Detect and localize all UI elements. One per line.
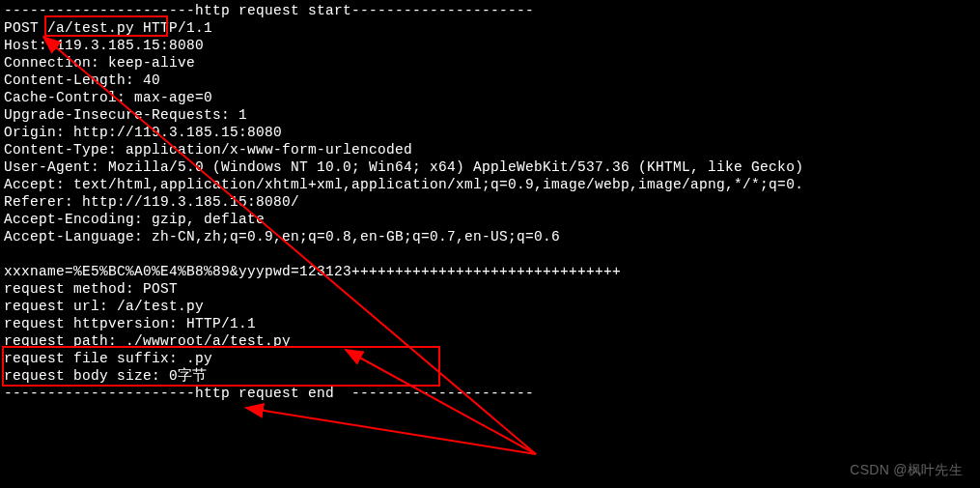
- terminal-line: Cache-Control: max-age=0: [4, 89, 980, 106]
- terminal-line: Accept-Encoding: gzip, deflate: [4, 211, 980, 228]
- terminal-line: Host: 119.3.185.15:8080: [4, 37, 980, 54]
- terminal-line: request body size: 0字节: [4, 367, 980, 385]
- terminal-line: ----------------------http request end -…: [4, 385, 980, 402]
- arrow-line-icon: [246, 408, 536, 454]
- terminal-output: ----------------------http request start…: [4, 2, 980, 402]
- terminal-line: Referer: http://119.3.185.15:8080/: [4, 193, 980, 211]
- terminal-line: Accept-Language: zh-CN,zh;q=0.9,en;q=0.8…: [4, 228, 980, 245]
- terminal-line: Connection: keep-alive: [4, 54, 980, 72]
- terminal-line: Content-Type: application/x-www-form-url…: [4, 141, 980, 158]
- terminal-line: request file suffix: .py: [4, 350, 980, 367]
- terminal-line: POST /a/test.py HTTP/1.1: [4, 19, 980, 37]
- terminal-line: request path: ./wwwroot/a/test.py: [4, 332, 980, 350]
- terminal-line: Upgrade-Insecure-Requests: 1: [4, 106, 980, 124]
- terminal-line: xxxname=%E5%BC%A0%E4%B8%89&yyypwd=123123…: [4, 263, 980, 280]
- terminal-line: User-Agent: Mozilla/5.0 (Windows NT 10.0…: [4, 158, 980, 176]
- terminal-line: Origin: http://119.3.185.15:8080: [4, 124, 980, 141]
- terminal-line: request method: POST: [4, 280, 980, 298]
- terminal-line: ----------------------http request start…: [4, 2, 980, 19]
- watermark-text: CSDN @枫叶先生: [850, 461, 963, 478]
- terminal-line: Accept: text/html,application/xhtml+xml,…: [4, 176, 980, 193]
- terminal-line: request httpversion: HTTP/1.1: [4, 315, 980, 332]
- terminal-line: Content-Length: 40: [4, 72, 980, 89]
- terminal-line: [4, 245, 980, 263]
- terminal-line: request url: /a/test.py: [4, 298, 980, 315]
